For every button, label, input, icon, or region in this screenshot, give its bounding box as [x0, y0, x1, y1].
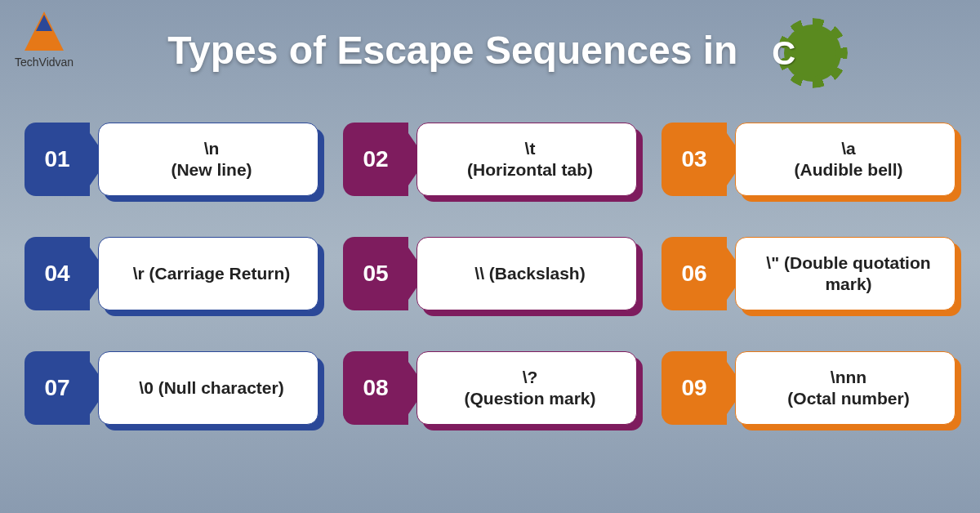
item-card: \nnn(Octal number) [735, 351, 956, 425]
logo-icon [20, 7, 69, 56]
brand-logo: TechVidvan [15, 7, 74, 69]
list-item: 08 \?(Question mark) [343, 351, 637, 425]
item-number: 01 [24, 123, 90, 196]
item-number: 08 [343, 351, 408, 425]
item-number: 05 [343, 237, 408, 310]
item-card: \?(Question mark) [416, 351, 637, 425]
c-language-badge: C [755, 25, 813, 82]
item-card: \" (Double quotation mark) [735, 237, 956, 310]
item-number: 03 [662, 123, 727, 196]
item-card: \a(Audible bell) [735, 123, 956, 196]
page-title: Types of Escape Sequences in C [0, 0, 980, 82]
title-text: Types of Escape Sequences in [167, 29, 737, 72]
item-number: 07 [24, 351, 90, 425]
item-card: \0 (Null character) [98, 351, 318, 425]
list-item: 09 \nnn(Octal number) [662, 351, 956, 425]
list-item: 07 \0 (Null character) [24, 351, 318, 425]
item-number: 06 [662, 237, 727, 310]
list-item: 05 \\ (Backslash) [343, 237, 637, 310]
item-card: \n(New line) [98, 123, 318, 196]
brand-name: TechVidvan [15, 56, 74, 69]
list-item: 04 \r (Carriage Return) [24, 237, 318, 310]
list-item: 03 \a(Audible bell) [662, 123, 956, 196]
c-letter: C [772, 35, 795, 72]
item-number: 02 [343, 123, 408, 196]
item-number: 09 [662, 351, 727, 425]
item-card: \\ (Backslash) [416, 237, 637, 310]
item-card: \r (Carriage Return) [98, 237, 318, 310]
logo-text: TechVidvan [15, 56, 74, 69]
list-item: 06 \" (Double quotation mark) [662, 237, 956, 310]
item-card: \t(Horizontal tab) [416, 123, 637, 196]
list-item: 01 \n(New line) [24, 123, 318, 196]
escape-sequence-grid: 01 \n(New line) 02 \t(Horizontal tab) 03… [0, 82, 980, 449]
item-number: 04 [24, 237, 90, 310]
list-item: 02 \t(Horizontal tab) [343, 123, 637, 196]
